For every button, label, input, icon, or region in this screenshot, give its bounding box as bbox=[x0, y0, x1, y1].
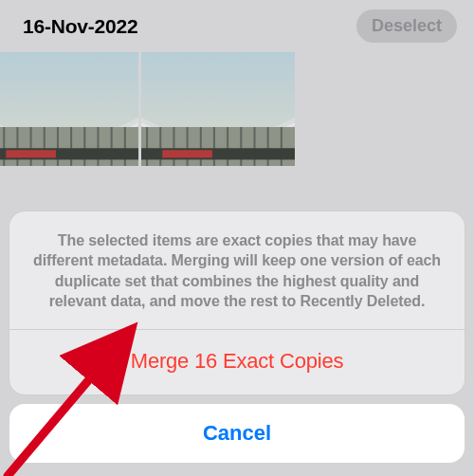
svg-rect-16 bbox=[6, 150, 56, 157]
cancel-button[interactable]: Cancel bbox=[9, 404, 465, 463]
action-sheet-container: The selected items are exact copies that… bbox=[0, 211, 474, 476]
svg-rect-34 bbox=[162, 150, 212, 157]
duplicate-thumbnails-row bbox=[0, 52, 474, 166]
header-bar: 16-Nov-2022 Deselect bbox=[0, 0, 474, 50]
screen-root: 16-Nov-2022 Deselect bbox=[0, 0, 474, 476]
svg-rect-3 bbox=[0, 127, 138, 166]
photo-thumbnail[interactable] bbox=[141, 52, 295, 166]
photo-thumbnail[interactable] bbox=[0, 52, 138, 166]
section-date-title: 16-Nov-2022 bbox=[23, 15, 138, 38]
merge-exact-copies-button[interactable]: Merge 16 Exact Copies bbox=[9, 330, 465, 394]
action-sheet-message: The selected items are exact copies that… bbox=[9, 211, 465, 329]
svg-rect-21 bbox=[141, 127, 295, 166]
deselect-button[interactable]: Deselect bbox=[356, 9, 457, 43]
action-sheet: The selected items are exact copies that… bbox=[9, 211, 465, 394]
